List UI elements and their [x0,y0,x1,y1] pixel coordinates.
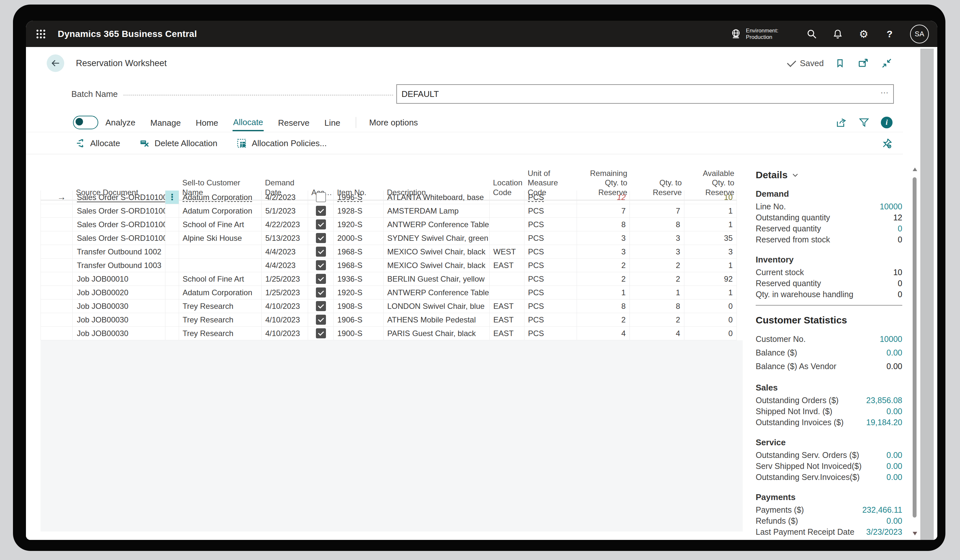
available-qty-cell[interactable]: 1 [684,218,737,231]
item-no-cell[interactable]: 2000-S [334,231,384,245]
location-code-cell[interactable] [490,286,525,300]
demand-date-cell[interactable]: 1/25/2023 [262,286,308,300]
uom-code-cell[interactable]: PCS [525,300,577,313]
details-value[interactable]: 0.00 [886,348,902,357]
accept-checkbox-cell[interactable] [308,258,334,272]
table-row[interactable]: Job JOB00030Trey Research4/10/20231906-S… [40,313,737,327]
accept-checkbox[interactable] [316,274,326,284]
remaining-qty-cell[interactable]: 8 [577,218,630,231]
table-row[interactable]: Transfer Outbound 10034/4/20231968-SMEXI… [40,258,737,272]
uom-code-cell[interactable]: PCS [525,231,577,245]
sell-to-customer-cell[interactable]: Adatum Corporation [179,191,262,204]
page-scrollbar[interactable] [920,49,934,540]
row-selector[interactable] [40,272,73,286]
back-button[interactable] [47,54,64,72]
description-cell[interactable]: ATHENS Mobile Pedestal [384,313,490,327]
location-code-cell[interactable] [490,191,525,204]
row-context-menu[interactable] [165,245,179,258]
source-document-cell[interactable]: Sales Order S-ORD101004 [73,231,165,245]
sell-to-customer-cell[interactable]: School of Fine Art [179,272,262,286]
details-value[interactable]: 0.00 [886,407,902,416]
app-launcher-icon[interactable] [32,26,49,43]
row-context-menu[interactable] [165,258,179,272]
accept-checkbox-cell[interactable] [308,218,334,231]
item-no-cell[interactable]: 1936-S [334,272,384,286]
row-selector[interactable] [40,245,73,258]
sell-to-customer-cell[interactable] [179,258,262,272]
sell-to-customer-cell[interactable]: Alpine Ski House [179,231,262,245]
remaining-qty-cell[interactable]: 12 [577,191,630,204]
available-qty-cell[interactable]: 35 [684,231,737,245]
analyze-toggle[interactable] [73,116,98,129]
row-context-menu[interactable] [165,286,179,300]
remaining-qty-cell[interactable]: 3 [577,245,630,258]
row-selector[interactable] [40,218,73,231]
location-code-cell[interactable]: WEST [490,245,525,258]
accept-checkbox-cell[interactable] [308,191,334,204]
remaining-qty-cell[interactable]: 8 [577,300,630,313]
accept-checkbox-cell[interactable] [308,327,334,340]
remaining-qty-cell[interactable]: 2 [577,272,630,286]
description-cell[interactable]: MEXICO Swivel Chair, black [384,245,490,258]
search-icon[interactable] [804,27,819,41]
row-selector[interactable] [40,313,73,327]
sell-to-customer-cell[interactable]: School of Fine Art [179,218,262,231]
sell-to-customer-cell[interactable]: Trey Research [179,313,262,327]
uom-code-cell[interactable]: PCS [525,204,577,218]
location-code-cell[interactable] [490,218,525,231]
accept-checkbox[interactable] [316,287,326,297]
demand-date-cell[interactable]: 4/4/2023 [262,245,308,258]
row-context-menu[interactable] [165,218,179,231]
bookmark-icon[interactable] [833,56,847,70]
location-code-cell[interactable]: EAST [490,313,525,327]
demand-date-cell[interactable]: 4/10/2023 [262,313,308,327]
available-qty-cell[interactable]: 1 [684,286,737,300]
qty-to-reserve-cell[interactable]: 1 [630,286,684,300]
details-value[interactable]: 232,466.11 [862,505,902,515]
uom-code-cell[interactable]: PCS [525,191,577,204]
row-selector[interactable] [40,286,73,300]
row-selector[interactable] [40,204,73,218]
row-selector[interactable] [40,327,73,340]
qty-to-reserve-cell[interactable]: 2 [630,313,684,327]
table-row[interactable]: Job JOB00030Trey Research4/10/20231908-S… [40,300,737,313]
description-cell[interactable]: MEXICO Swivel Chair, black [384,258,490,272]
more-options-button[interactable]: More options [369,118,418,128]
details-value[interactable]: 0.00 [886,472,902,482]
row-selector[interactable]: → [40,191,73,204]
qty-to-reserve-cell[interactable]: 2 [630,272,684,286]
available-qty-cell[interactable]: 0 [684,313,737,327]
accept-checkbox[interactable] [316,192,326,202]
remaining-qty-cell[interactable]: 3 [577,231,630,245]
item-no-cell[interactable]: 1996-S [334,191,384,204]
table-row[interactable]: Transfer Outbound 10024/4/20231968-SMEXI… [40,245,737,258]
item-no-cell[interactable]: 1968-S [334,258,384,272]
details-value[interactable]: 23,856.08 [866,396,902,405]
sell-to-customer-cell[interactable]: Trey Research [179,327,262,340]
row-context-menu[interactable] [165,231,179,245]
notifications-bell-icon[interactable] [830,27,845,41]
accept-checkbox-cell[interactable] [308,245,334,258]
description-cell[interactable]: ANTWERP Conference Table [384,218,490,231]
demand-date-cell[interactable]: 1/25/2023 [262,272,308,286]
table-row[interactable]: Job JOB00020Adatum Corporation1/25/20231… [40,286,737,300]
open-in-new-window-icon[interactable] [856,56,870,70]
row-selector[interactable] [40,258,73,272]
app-title[interactable]: Dynamics 365 Business Central [58,29,197,39]
source-document-cell[interactable]: Job JOB00010 [73,272,165,286]
unpin-icon[interactable] [880,136,894,150]
details-value[interactable]: 0.00 [886,516,902,526]
uom-code-cell[interactable]: PCS [525,286,577,300]
location-code-cell[interactable] [490,204,525,218]
details-value[interactable]: 10000 [880,202,902,211]
accept-checkbox-cell[interactable] [308,231,334,245]
uom-code-cell[interactable]: PCS [525,272,577,286]
row-context-menu[interactable]: ⋮ [165,191,179,204]
demand-date-cell[interactable]: 5/13/2023 [262,231,308,245]
item-no-cell[interactable]: 1928-S [334,204,384,218]
accept-checkbox[interactable] [316,328,326,338]
location-code-cell[interactable]: EAST [490,300,525,313]
accept-checkbox-cell[interactable] [308,272,334,286]
tab-manage[interactable]: Manage [150,115,182,131]
user-avatar[interactable]: SA [910,25,929,43]
